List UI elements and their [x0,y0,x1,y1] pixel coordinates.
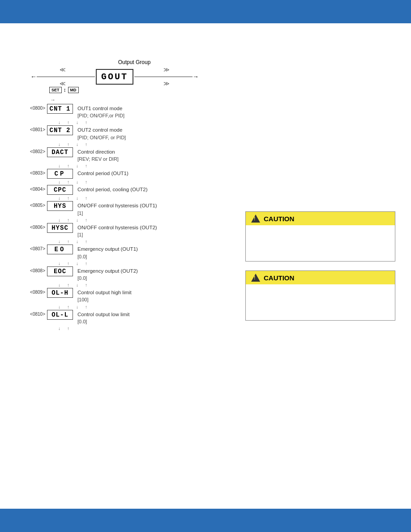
caution-body-1 [246,225,395,261]
param-row-0801: <0801> CNT 2 OUT2 control mode [PID; ON/… [22,125,210,141]
desc-0800: OUT1 control mode [PID; ON/OFF,or PID] [77,104,124,119]
display-eoc: EOC [47,266,73,276]
caution-triangle-2 [251,274,260,282]
caution-label-2: CAUTION [264,274,294,282]
caution-header-2: CAUTION [246,271,395,284]
addr-0810: <0810> [22,310,47,317]
param-row-0802: <0802> DACT Control direction [REV; REV … [22,147,210,163]
addr-0800: <0800> [22,104,47,111]
addr-0808: <0808> [22,266,47,273]
caution-body-2 [246,284,395,320]
param-row-0808: <0808> EOC Emergency output (OUT2) [0.0] [22,266,210,282]
arrows-0800-0801: ↓↑↓↑ [58,120,210,125]
diagram-section: Output Group ≪ ← ≪ GOUT ≫ → ≫ [22,59,210,331]
set-md-bar: SET ↕ MD [49,87,210,93]
addr-0805: <0805> [22,201,47,208]
arrows-0805-0806: ↓↑↓↑ [58,218,210,223]
arrows-0802-0803: ↓↑↓↑ [58,163,210,168]
arrow-head-right: → [193,73,199,80]
param-row-0810: <0810> OL-L Control output low limit [0.… [22,310,210,325]
param-row-0803: <0803> CP Control period (OUT1) [22,169,210,179]
md-button[interactable]: MD [68,87,79,93]
param-row-0809: <0809> OL-H Control output high limit [1… [22,288,210,303]
desc-0804: Control period, cooling (OUT2) [77,185,148,193]
desc-0805: ON/OFF control hysteresis (OUT1) [1] [77,201,157,216]
addr-0806: <0806> [22,223,47,230]
addr-0804: <0804> [22,185,47,192]
param-row-0807: <0807> EO Emergency output (OUT1) [0.0] [22,245,210,260]
param-section: → <0800> CNT 1 OUT1 control mode [PID; O… [22,97,210,331]
desc-0808: Emergency output (OUT2) [0.0] [77,266,138,282]
caution-triangle-1 [251,215,260,223]
main-display: GOUT [96,69,133,85]
addr-0801: <0801> [22,125,47,132]
display-cp: CP [47,169,73,179]
diag-arrow-bottom-right: ≫ [163,80,170,87]
addr-0809: <0809> [22,288,47,295]
up-down-icon: ↕ [64,87,66,93]
display-olh: OL-H [47,288,73,298]
arrows-after-0810: ↓↑ [58,326,210,331]
arrows-0806-0807: ↓↑↓↑ [58,239,210,244]
param-row-0804: <0804> CPC Control period, cooling (OUT2… [22,185,210,195]
arrows-0804-0805: ↓↑↓↑ [58,196,210,201]
arrows-0803-0804: ↓↑↓↑ [58,180,210,184]
content-area: Output Group ≪ ← ≪ GOUT ≫ → ≫ [0,23,411,509]
desc-0803: Control period (OUT1) [77,169,128,177]
caution-header-1: CAUTION [246,212,395,225]
param-row-0805: <0805> HYS ON/OFF control hysteresis (OU… [22,201,210,216]
caution-label-1: CAUTION [264,215,294,223]
display-dact: DACT [47,147,73,157]
desc-0802: Control direction [REV; REV or DIR] [77,147,119,163]
arrows-0807-0808: ↓↑↓↑ [58,261,210,266]
arrows-0801-0802: ↓↑↓↑ [58,142,210,147]
right-caution-section: CAUTION CAUTION [245,211,398,330]
diag-arrow-top-left: ≪ [60,66,66,73]
addr-0802: <0802> [22,147,47,154]
caution-box-2: CAUTION [245,270,395,321]
display-eo: EO [47,245,73,254]
display-cpc: CPC [47,185,73,195]
output-group-label: Output Group [58,59,210,65]
right-horiz-line [134,77,193,77]
top-bar [0,0,411,23]
desc-0807: Emergency output (OUT1) [0.0] [77,245,138,260]
arrows-0809-0810: ↓↑↓↑ [58,305,210,309]
diag-arrow-bottom-left: ≪ [60,80,66,87]
desc-0806: ON/OFF control hysteresis (OUT2) [1] [77,223,157,238]
addr-0803: <0803> [22,169,47,176]
display-cnt2: CNT 2 [47,125,73,135]
display-hysc: HYSC [47,223,73,233]
desc-0801: OUT2 control mode [PID; ON/OFF, or PID] [77,125,126,141]
diag-arrow-top-right: ≫ [163,66,170,73]
display-oll: OL-L [47,310,73,320]
desc-0809: Control output high limit [100] [77,288,132,303]
caution-box-1: CAUTION [245,211,395,262]
display-cnt1: CNT 1 [47,104,73,114]
display-hys: HYS [47,201,73,211]
addr-0807: <0807> [22,245,47,251]
param-row-0800: <0800> CNT 1 OUT1 control mode [PID; ON/… [22,104,210,119]
bottom-bar [0,509,411,532]
arrows-0808-0809: ↓↑↓↑ [58,283,210,287]
arrow-head-left: ← [30,73,37,80]
set-button[interactable]: SET [49,87,62,93]
param-row-0806: <0806> HYSC ON/OFF control hysteresis (O… [22,223,210,238]
desc-0810: Control output low limit [0.0] [77,310,129,325]
left-horiz-line [37,77,95,77]
